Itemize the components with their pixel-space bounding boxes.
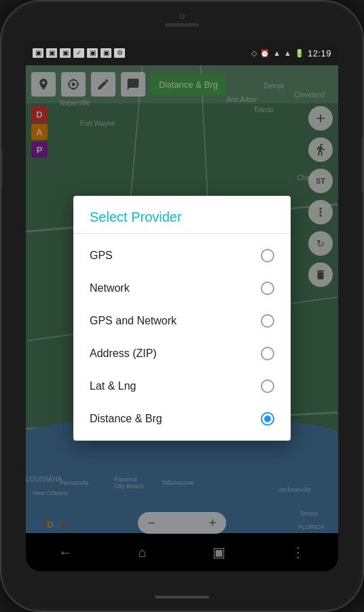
time-display: 12:19 [308, 48, 331, 58]
signal-icon: ▲ [284, 49, 291, 57]
option-gps-radio[interactable] [261, 249, 274, 262]
dialog-overlay: Select Provider GPS Network GPS and Netw… [26, 65, 338, 571]
option-address[interactable]: Address (ZIP) [73, 337, 291, 370]
option-distance-brg-label: Distance & Brg [90, 413, 162, 425]
sim2-icon: ▣ [46, 48, 57, 58]
option-lat-lng-radio[interactable] [261, 379, 274, 393]
bars-icon: ▣ [87, 48, 98, 58]
option-distance-brg[interactable]: Distance & Brg [73, 403, 291, 435]
option-lat-lng-label: Lat & Lng [90, 380, 136, 392]
wifi-icon: ▲ [273, 49, 280, 57]
option-gps-label: GPS [90, 250, 113, 262]
sim1-icon: ▣ [33, 48, 43, 58]
status-bar: ▣ ▣ ▣ ✓ ▣ ▣ ⚙ ◇ ⏰ ▲ ▲ 🔋 12:19 [26, 41, 338, 65]
option-gps-network[interactable]: GPS and Network [73, 305, 291, 337]
phone-bottom-area [155, 596, 209, 598]
option-network-label: Network [90, 282, 130, 294]
option-gps-network-label: GPS and Network [90, 315, 177, 327]
dialog-options-list: GPS Network GPS and Network Addr [73, 234, 291, 441]
screen: ▣ ▣ ▣ ✓ ▣ ▣ ⚙ ◇ ⏰ ▲ ▲ 🔋 12:19 [26, 41, 338, 571]
option-network[interactable]: Network [73, 272, 291, 305]
speaker [165, 23, 199, 27]
option-address-label: Address (ZIP) [90, 347, 157, 360]
option-gps[interactable]: GPS [73, 239, 291, 272]
select-provider-dialog: Select Provider GPS Network GPS and Netw… [73, 196, 291, 441]
phone-frame: ▣ ▣ ▣ ✓ ▣ ▣ ⚙ ◇ ⏰ ▲ ▲ 🔋 12:19 [0, 0, 364, 612]
status-icons-right: ◇ ⏰ ▲ ▲ 🔋 12:19 [251, 48, 331, 58]
phone-icon: ▣ [60, 48, 71, 58]
map-background: Detroit Ann Arbor Toledo Cleveland Naper… [26, 65, 338, 571]
option-distance-brg-radio[interactable] [261, 412, 274, 426]
option-gps-network-radio[interactable] [261, 314, 274, 328]
volume-button [0, 151, 2, 185]
phone-top-area [165, 14, 199, 27]
gear-icon: ⚙ [114, 48, 125, 58]
alarm-icon: ◇ [251, 49, 257, 58]
option-lat-lng[interactable]: Lat & Lng [73, 370, 291, 403]
notif-icon: ▣ [101, 48, 111, 58]
option-address-radio[interactable] [261, 347, 274, 360]
battery-icon: 🔋 [295, 49, 304, 58]
status-icons-left: ▣ ▣ ▣ ✓ ▣ ▣ ⚙ [33, 48, 125, 58]
radio-selected-indicator [264, 415, 271, 422]
camera [179, 14, 185, 19]
clock-icon: ⏰ [260, 49, 270, 58]
home-bar [155, 596, 209, 598]
option-network-radio[interactable] [261, 282, 274, 295]
dialog-title: Select Provider [73, 196, 291, 234]
check-icon: ✓ [73, 48, 84, 58]
